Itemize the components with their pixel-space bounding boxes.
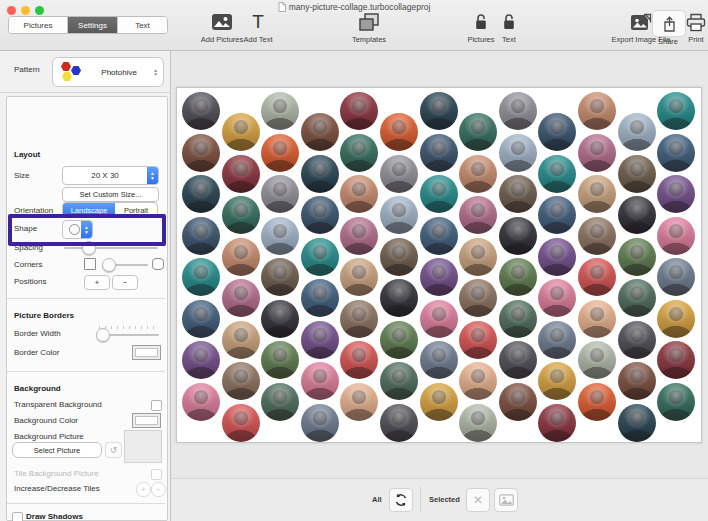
- stepper-icon[interactable]: ▴▾: [147, 167, 158, 184]
- remove-selected-button[interactable]: ✕: [466, 488, 490, 512]
- background-color-well[interactable]: [132, 413, 161, 428]
- collage-photo[interactable]: [301, 279, 339, 317]
- collage-photo[interactable]: [380, 404, 418, 442]
- collage-photo[interactable]: [340, 300, 378, 338]
- border-width-slider[interactable]: [97, 328, 159, 342]
- collage-photo[interactable]: [182, 300, 220, 338]
- collage-photo[interactable]: [340, 175, 378, 213]
- collage-photo[interactable]: [301, 113, 339, 151]
- collage-photo[interactable]: [340, 92, 378, 130]
- pattern-dropdown[interactable]: Photohive ▴▾: [52, 57, 164, 87]
- collage-photo[interactable]: [459, 321, 497, 359]
- remove-position-button[interactable]: −: [112, 275, 138, 290]
- shape-dropdown[interactable]: ▴▾: [62, 220, 93, 239]
- collage-photo[interactable]: [538, 321, 576, 359]
- collage-photo[interactable]: [618, 113, 656, 151]
- decrease-tiles-button[interactable]: −: [151, 482, 166, 497]
- collage-photo[interactable]: [301, 362, 339, 400]
- collage-photo[interactable]: [182, 175, 220, 213]
- replace-selected-picture-button[interactable]: [494, 488, 518, 512]
- spacing-slider[interactable]: [64, 241, 158, 255]
- select-picture-button[interactable]: Select Picture: [12, 442, 102, 458]
- collage-photo[interactable]: [499, 175, 537, 213]
- collage-photo[interactable]: [301, 155, 339, 193]
- collage-photo[interactable]: [340, 341, 378, 379]
- collage-photo[interactable]: [182, 92, 220, 130]
- collage-photo[interactable]: [261, 134, 299, 172]
- collage-photo[interactable]: [182, 217, 220, 255]
- collage-photo[interactable]: [459, 113, 497, 151]
- collage-photo[interactable]: [420, 341, 458, 379]
- clear-picture-button[interactable]: ↺: [105, 442, 122, 458]
- collage-photo[interactable]: [618, 279, 656, 317]
- set-custom-size-button[interactable]: Set Custom Size...: [62, 187, 159, 202]
- collage-photo[interactable]: [340, 383, 378, 421]
- collage-photo[interactable]: [657, 258, 695, 296]
- collage-photo[interactable]: [222, 321, 260, 359]
- collage-photo[interactable]: [261, 300, 299, 338]
- collage-photo[interactable]: [301, 321, 339, 359]
- collage-photo[interactable]: [261, 92, 299, 130]
- collage-photo[interactable]: [380, 113, 418, 151]
- collage-photo[interactable]: [538, 362, 576, 400]
- collage-photo[interactable]: [618, 362, 656, 400]
- collage-photo[interactable]: [182, 341, 220, 379]
- collage-photo[interactable]: [657, 383, 695, 421]
- collage-photo[interactable]: [538, 196, 576, 234]
- collage-photo[interactable]: [420, 258, 458, 296]
- collage-photo[interactable]: [301, 196, 339, 234]
- corners-slider[interactable]: [102, 258, 148, 272]
- collage-photo[interactable]: [499, 383, 537, 421]
- collage-photo[interactable]: [340, 217, 378, 255]
- collage-canvas[interactable]: [176, 87, 702, 443]
- draw-shadows-checkbox[interactable]: [12, 512, 23, 521]
- size-dropdown[interactable]: 20 X 30 ▴▾: [62, 166, 159, 185]
- collage-photo[interactable]: [578, 300, 616, 338]
- collage-photo[interactable]: [222, 404, 260, 442]
- collage-photo[interactable]: [578, 258, 616, 296]
- collage-photo[interactable]: [420, 92, 458, 130]
- collage-photo[interactable]: [301, 238, 339, 276]
- collage-photo[interactable]: [380, 196, 418, 234]
- collage-photo[interactable]: [301, 404, 339, 442]
- collage-photo[interactable]: [499, 134, 537, 172]
- collage-photo[interactable]: [499, 341, 537, 379]
- collage-photo[interactable]: [222, 155, 260, 193]
- orientation-portrait-button[interactable]: Portrait: [115, 203, 157, 217]
- collage-photo[interactable]: [420, 383, 458, 421]
- collage-photo[interactable]: [380, 238, 418, 276]
- collage-photo[interactable]: [657, 92, 695, 130]
- collage-photo[interactable]: [618, 196, 656, 234]
- tile-background-checkbox[interactable]: [151, 469, 162, 480]
- collage-photo[interactable]: [499, 300, 537, 338]
- print-button[interactable]: Print: [682, 10, 708, 44]
- collage-photo[interactable]: [499, 92, 537, 130]
- collage-photo[interactable]: [538, 238, 576, 276]
- collage-photo[interactable]: [420, 175, 458, 213]
- shuffle-all-button[interactable]: [389, 488, 413, 512]
- collage-photo[interactable]: [657, 341, 695, 379]
- collage-photo[interactable]: [420, 217, 458, 255]
- orientation-landscape-button[interactable]: Landscape: [63, 203, 115, 217]
- collage-photo[interactable]: [578, 341, 616, 379]
- collage-photo[interactable]: [380, 321, 418, 359]
- collage-photo[interactable]: [459, 362, 497, 400]
- collage-photo[interactable]: [538, 404, 576, 442]
- collage-photo[interactable]: [538, 279, 576, 317]
- collage-photo[interactable]: [261, 383, 299, 421]
- collage-photo[interactable]: [578, 383, 616, 421]
- collage-photo[interactable]: [657, 300, 695, 338]
- collage-photo[interactable]: [657, 134, 695, 172]
- collage-photo[interactable]: [538, 155, 576, 193]
- collage-photo[interactable]: [618, 321, 656, 359]
- collage-photo[interactable]: [182, 258, 220, 296]
- collage-photo[interactable]: [340, 134, 378, 172]
- border-color-well[interactable]: [132, 345, 161, 360]
- templates-button[interactable]: Templates: [347, 10, 391, 44]
- collage-photo[interactable]: [657, 217, 695, 255]
- collage-photo[interactable]: [222, 113, 260, 151]
- tab-text[interactable]: Text: [118, 17, 167, 33]
- collage-photo[interactable]: [459, 279, 497, 317]
- add-text-button[interactable]: T Add Text: [240, 10, 276, 44]
- collage-photo[interactable]: [340, 258, 378, 296]
